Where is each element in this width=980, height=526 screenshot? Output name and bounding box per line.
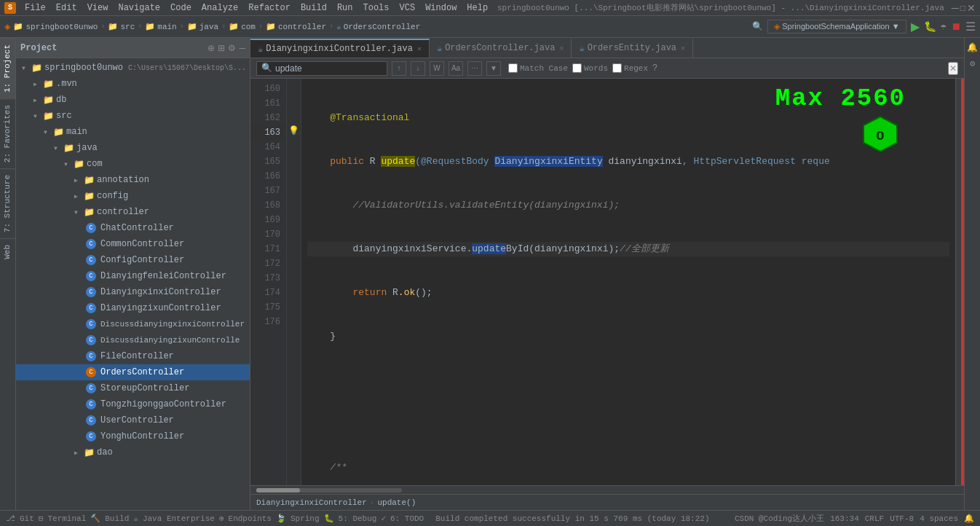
breadcrumb-project[interactable]: 📁 springboot0unwo xyxy=(13,22,98,31)
menu-file[interactable]: File xyxy=(20,1,50,15)
tree-item-chat-controller[interactable]: C ChatController xyxy=(16,220,250,236)
search-options-btn[interactable]: ⋯ xyxy=(467,61,482,76)
menu-vcs[interactable]: VCS xyxy=(395,1,420,15)
sidebar-tab-web[interactable]: Web xyxy=(0,238,15,265)
tree-item-dianyingzixun-controller[interactable]: C DianyingzixunController xyxy=(16,300,250,316)
code-content[interactable]: @Transactional public R update(@RequestB… xyxy=(301,79,955,485)
status-position[interactable]: 163:34 xyxy=(830,514,859,523)
regex-checkbox[interactable] xyxy=(612,63,622,73)
editor-breadcrumb-bar: DianyingxinxiController › update() xyxy=(250,494,964,510)
tree-item-storeup-controller[interactable]: C StoreupController xyxy=(16,380,250,396)
settings-right-icon[interactable]: ⚙ xyxy=(966,57,979,70)
tab-close-icon[interactable]: ✕ xyxy=(417,44,422,53)
panel-minimize-btn[interactable]: ─ xyxy=(239,43,245,53)
status-java-enterprise-label[interactable]: Java Enterprise xyxy=(143,514,215,523)
menu-code[interactable]: Code xyxy=(166,1,196,15)
tree-item-yonghu-controller[interactable]: C YonghuController xyxy=(16,428,250,444)
panel-expand-btn[interactable]: ⊞ xyxy=(218,43,225,53)
menu-navigate[interactable]: Navigate xyxy=(114,1,165,15)
breadcrumb-controller[interactable]: 📁 controller xyxy=(266,22,326,31)
status-indent[interactable]: 4 spaces xyxy=(920,514,958,523)
tree-item-orders-controller[interactable]: C OrdersController xyxy=(16,364,250,380)
tree-item-file-controller[interactable]: C FileController xyxy=(16,348,250,364)
run-config-dropdown[interactable]: ◈ SpringbootSchemaApplication ▼ xyxy=(767,20,906,34)
tree-item-com[interactable]: ▼ 📁 com xyxy=(16,156,250,172)
menu-view[interactable]: View xyxy=(83,1,113,15)
search-input[interactable] xyxy=(275,63,377,74)
tree-item-src[interactable]: ▼ 📁 src xyxy=(16,108,250,124)
match-case-option[interactable]: Match Case xyxy=(508,63,568,73)
status-encoding[interactable]: UTF-8 xyxy=(890,514,914,523)
menu-window[interactable]: Window xyxy=(421,1,461,15)
tree-item-springboot0unwo[interactable]: ▼ 📁 springboot0unwo C:\Users\15067\Deskt… xyxy=(16,60,250,76)
editor-hscrollbar[interactable] xyxy=(250,485,964,494)
breadcrumb-src[interactable]: 📁 src xyxy=(108,22,135,31)
sidebar-tab-project[interactable]: 1: Project xyxy=(0,38,15,98)
status-endpoints-label[interactable]: Endpoints xyxy=(229,514,272,523)
tree-item-main[interactable]: ▼ 📁 main xyxy=(16,124,250,140)
minimize-button[interactable]: ─ xyxy=(952,2,959,14)
breadcrumb-controller-part[interactable]: DianyingxinxiController xyxy=(256,498,367,507)
search-next-btn[interactable]: ↓ xyxy=(411,61,425,76)
tree-item-discuss-dianyingxinxi[interactable]: C DiscussdianyingxinxiController xyxy=(16,316,250,332)
tree-item-dao[interactable]: ▶ 📁 dao xyxy=(16,444,250,460)
tab-orders-controller[interactable]: ☕ OrdersController.java ✕ xyxy=(430,39,572,58)
breadcrumb-file[interactable]: ☕ OrdersController xyxy=(336,22,420,31)
tab-close-icon-2[interactable]: ✕ xyxy=(559,44,564,52)
tree-item-dianyingfenlei-controller[interactable]: C DianyingfenleiController xyxy=(16,268,250,284)
tree-item-annotation[interactable]: ▶ 📁 annotation xyxy=(16,172,250,188)
tree-item-controller-folder[interactable]: ▼ 📁 controller xyxy=(16,204,250,220)
panel-scroll-to-btn[interactable]: ⊕ xyxy=(208,43,215,53)
breadcrumb-main[interactable]: 📁 main xyxy=(145,22,176,31)
breadcrumb-com[interactable]: 📁 com xyxy=(229,22,256,31)
menu-build[interactable]: Build xyxy=(296,1,331,15)
menu-edit[interactable]: Edit xyxy=(52,1,82,15)
tree-item-discuss-dianyingzixun[interactable]: C DiscussdianyingzixunControlle xyxy=(16,332,250,348)
run-button[interactable]: ▶ xyxy=(911,20,920,34)
panel-settings-btn[interactable]: ⚙ xyxy=(228,43,236,53)
status-notification-icon[interactable]: 🔔 xyxy=(964,514,974,523)
gutter-163-bulb[interactable]: 💡 xyxy=(287,125,301,140)
sidebar-tab-structure[interactable]: 7: Structure xyxy=(0,168,15,238)
status-debug-label[interactable]: 5: Debug xyxy=(339,514,377,523)
tree-item-tongzhi-controller[interactable]: C TongzhigonggaoController xyxy=(16,396,250,412)
sidebar-tab-favorites[interactable]: 2: Favorites xyxy=(0,98,15,168)
search-input-wrapper[interactable]: 🔍 xyxy=(256,61,387,76)
tree-item-config-controller[interactable]: C ConfigController xyxy=(16,252,250,268)
menu-refactor[interactable]: Refactor xyxy=(244,1,295,15)
tree-item-user-controller[interactable]: C UserController xyxy=(16,412,250,428)
search-prev-btn[interactable]: ↑ xyxy=(392,61,406,76)
regex-option[interactable]: Regex xyxy=(612,63,648,73)
words-option[interactable]: Words xyxy=(572,63,608,73)
tab-close-icon-3[interactable]: ✕ xyxy=(681,44,685,52)
menu-analyze[interactable]: Analyze xyxy=(197,1,242,15)
menu-help[interactable]: Help xyxy=(462,1,492,15)
search-match-word-btn[interactable]: W xyxy=(430,61,444,76)
tab-dianyingxinxi[interactable]: ☕ DianyingxinxiController.java ✕ xyxy=(250,39,430,58)
menu-run[interactable]: Run xyxy=(333,1,357,15)
tree-item-common-controller[interactable]: C CommonController xyxy=(16,236,250,252)
close-button[interactable]: ✕ xyxy=(967,2,976,14)
tree-item-config[interactable]: ▶ 📁 config xyxy=(16,188,250,204)
status-todo-label[interactable]: 6: TODO xyxy=(390,514,424,523)
search-close-btn[interactable]: ✕ xyxy=(948,62,958,75)
breadcrumb-java[interactable]: 📁 java xyxy=(187,22,218,31)
tree-item-db[interactable]: ▶ 📁 db xyxy=(16,92,250,108)
tree-item-dianyingxinxi-controller[interactable]: C DianyingxinxiController xyxy=(16,284,250,300)
tree-item-java[interactable]: ▼ 📁 java xyxy=(16,140,250,156)
words-checkbox[interactable] xyxy=(572,63,582,73)
menu-tools[interactable]: Tools xyxy=(359,1,394,15)
match-case-checkbox[interactable] xyxy=(508,63,518,73)
tree-item-mvn[interactable]: ▶ 📁 .mvn xyxy=(16,76,250,92)
maximize-button[interactable]: □ xyxy=(960,3,965,13)
status-terminal-label[interactable]: Terminal xyxy=(47,514,86,523)
status-line-sep[interactable]: CRLF xyxy=(865,514,884,523)
tab-orders-entity[interactable]: ☕ OrdersEntity.java ✕ xyxy=(572,39,693,58)
notification-icon[interactable]: 🔔 xyxy=(966,41,979,54)
search-case-btn[interactable]: Aa xyxy=(448,61,463,76)
regex-help-icon[interactable]: ? xyxy=(652,63,657,74)
breadcrumb-method-part[interactable]: update() xyxy=(377,498,416,507)
search-filter-btn[interactable]: ▼ xyxy=(486,61,501,76)
status-spring-label[interactable]: Spring xyxy=(291,514,320,523)
status-build-label[interactable]: Build xyxy=(105,514,129,523)
